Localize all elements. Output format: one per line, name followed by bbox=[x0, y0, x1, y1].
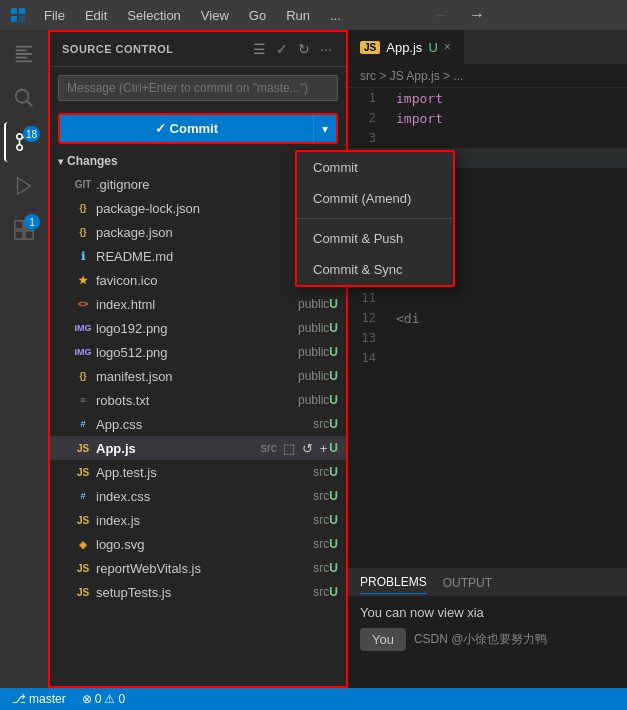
file-item-logo192[interactable]: IMG logo192.png public U bbox=[50, 316, 346, 340]
file-icon-robots: ≡ bbox=[74, 391, 92, 409]
error-icon: ⊗ bbox=[82, 692, 92, 706]
file-action-open[interactable]: ⬚ bbox=[281, 441, 297, 456]
file-icon-setup-tests: JS bbox=[74, 583, 92, 601]
nav-forward-button[interactable]: → bbox=[463, 4, 491, 26]
bottom-panel: PROBLEMS OUTPUT You can now view xia You… bbox=[348, 568, 627, 688]
file-item-index-js[interactable]: JS index.js src U bbox=[50, 508, 346, 532]
commit-message-input[interactable] bbox=[58, 75, 338, 101]
sidebar-action-more[interactable]: ··· bbox=[318, 39, 334, 59]
file-name-manifest: manifest.json bbox=[96, 369, 294, 384]
sidebar: SOURCE CONTROL ☰ ✓ ↻ ··· ✓ Commit ▾ ▾ Ch… bbox=[48, 30, 348, 688]
file-label-robots: public bbox=[298, 393, 329, 407]
status-branch[interactable]: ⎇ master bbox=[8, 688, 70, 710]
menu-bar-right: ← → bbox=[427, 4, 619, 26]
status-errors[interactable]: ⊗ 0 ⚠ 0 bbox=[78, 688, 129, 710]
file-status-index-html: U bbox=[329, 297, 338, 311]
dropdown-item-commit-push[interactable]: Commit & Push bbox=[297, 223, 453, 254]
svg-marker-11 bbox=[18, 178, 31, 195]
file-status-logo192: U bbox=[329, 321, 338, 335]
svg-rect-15 bbox=[25, 231, 33, 239]
file-item-index-css[interactable]: # index.css src U bbox=[50, 484, 346, 508]
file-icon-package-lock: {} bbox=[74, 199, 92, 217]
file-name-app-css: App.css bbox=[96, 417, 309, 432]
activity-item-search[interactable] bbox=[4, 78, 44, 118]
file-item-robots[interactable]: ≡ robots.txt public U bbox=[50, 388, 346, 412]
dropdown-item-commit-amend[interactable]: Commit (Amend) bbox=[297, 183, 453, 214]
dropdown-item-commit-sync[interactable]: Commit & Sync bbox=[297, 254, 453, 285]
sidebar-action-refresh[interactable]: ↻ bbox=[296, 39, 312, 59]
file-icon-report-web: JS bbox=[74, 559, 92, 577]
source-control-badge: 18 bbox=[23, 126, 40, 142]
file-status-logo512: U bbox=[329, 345, 338, 359]
file-label-app-css: src bbox=[313, 417, 329, 431]
activity-item-run[interactable] bbox=[4, 166, 44, 206]
code-line-14: 14 bbox=[348, 348, 627, 368]
file-status-logo-svg: U bbox=[329, 537, 338, 551]
activity-item-source-control[interactable]: 18 bbox=[4, 122, 44, 162]
code-line-12: 12 <di bbox=[348, 308, 627, 328]
bottom-content-line1: You can now view xia bbox=[360, 605, 615, 620]
file-item-app-test[interactable]: JS App.test.js src U bbox=[50, 460, 346, 484]
file-item-logo-svg[interactable]: ◈ logo.svg src U bbox=[50, 532, 346, 556]
svg-rect-14 bbox=[15, 231, 23, 239]
file-icon-gitignore: GIT bbox=[74, 175, 92, 193]
file-item-setup-tests[interactable]: JS setupTests.js src U bbox=[50, 580, 346, 604]
tab-problems[interactable]: PROBLEMS bbox=[360, 571, 427, 594]
file-item-actions-app-js: ⬚ ↺ + bbox=[281, 441, 330, 456]
sidebar-header: SOURCE CONTROL ☰ ✓ ↻ ··· bbox=[50, 32, 346, 67]
line-number-12: 12 bbox=[348, 311, 388, 325]
menu-item-selection[interactable]: Selection bbox=[119, 6, 188, 25]
right-panel: JS App.js U × src > JS App.js > ... 1 im… bbox=[348, 30, 627, 688]
sidebar-action-check[interactable]: ✓ bbox=[274, 39, 290, 59]
file-label-logo192: public bbox=[298, 321, 329, 335]
line-content-1: import bbox=[388, 91, 443, 106]
file-item-manifest[interactable]: {} manifest.json public U bbox=[50, 364, 346, 388]
file-name-index-html: index.html bbox=[96, 297, 294, 312]
menu-item-file[interactable]: File bbox=[36, 6, 73, 25]
dropdown-item-commit[interactable]: Commit bbox=[297, 152, 453, 183]
tab-bar: JS App.js U × bbox=[348, 30, 627, 65]
file-item-app-js[interactable]: JS App.js src ⬚ ↺ + U bbox=[50, 436, 346, 460]
file-name-favicon: favicon.ico bbox=[96, 273, 294, 288]
tab-filename: App.js bbox=[386, 40, 422, 55]
file-item-app-css[interactable]: # App.css src U bbox=[50, 412, 346, 436]
dropdown-divider bbox=[297, 218, 453, 219]
code-line-3: 3 bbox=[348, 128, 627, 148]
file-item-index-html[interactable]: <> index.html public U bbox=[50, 292, 346, 316]
line-number-11: 11 bbox=[348, 291, 388, 305]
file-status-app-test: U bbox=[329, 465, 338, 479]
file-name-report-web: reportWebVitals.js bbox=[96, 561, 309, 576]
svg-line-5 bbox=[27, 101, 33, 107]
file-item-logo512[interactable]: IMG logo512.png public U bbox=[50, 340, 346, 364]
menu-item-view[interactable]: View bbox=[193, 6, 237, 25]
menu-item-go[interactable]: Go bbox=[241, 6, 274, 25]
file-action-revert[interactable]: ↺ bbox=[300, 441, 315, 456]
activity-item-explorer[interactable] bbox=[4, 34, 44, 74]
tab-close-icon[interactable]: × bbox=[444, 40, 451, 54]
file-icon-logo512: IMG bbox=[74, 343, 92, 361]
activity-bar: 18 1 bbox=[0, 30, 48, 688]
tab-output[interactable]: OUTPUT bbox=[443, 572, 492, 594]
nav-back-button[interactable]: ← bbox=[427, 4, 455, 26]
file-item-report-web[interactable]: JS reportWebVitals.js src U bbox=[50, 556, 346, 580]
line-number-3: 3 bbox=[348, 131, 388, 145]
sidebar-title: SOURCE CONTROL bbox=[62, 43, 251, 55]
code-line-13: 13 bbox=[348, 328, 627, 348]
warning-icon: ⚠ bbox=[104, 692, 115, 706]
tab-app-js[interactable]: JS App.js U × bbox=[348, 30, 464, 64]
git-branch-icon: ⎇ bbox=[12, 692, 26, 706]
error-count: 0 bbox=[95, 692, 102, 706]
file-action-stage[interactable]: + bbox=[318, 441, 330, 456]
menu-item-run[interactable]: Run bbox=[278, 6, 318, 25]
tab-lang-badge: JS bbox=[360, 41, 380, 54]
file-label-index-js: src bbox=[313, 513, 329, 527]
sidebar-action-list[interactable]: ☰ bbox=[251, 39, 268, 59]
menu-item-more[interactable]: ... bbox=[322, 6, 349, 25]
commit-dropdown-button[interactable]: ▾ bbox=[313, 115, 336, 142]
file-icon-index-html: <> bbox=[74, 295, 92, 313]
file-name-logo192: logo192.png bbox=[96, 321, 294, 336]
commit-main-button[interactable]: ✓ Commit bbox=[60, 115, 313, 142]
bottom-content: You can now view xia You CSDN @小徐也要努力鸭 bbox=[348, 597, 627, 688]
activity-item-extensions[interactable]: 1 bbox=[4, 210, 44, 250]
menu-item-edit[interactable]: Edit bbox=[77, 6, 115, 25]
